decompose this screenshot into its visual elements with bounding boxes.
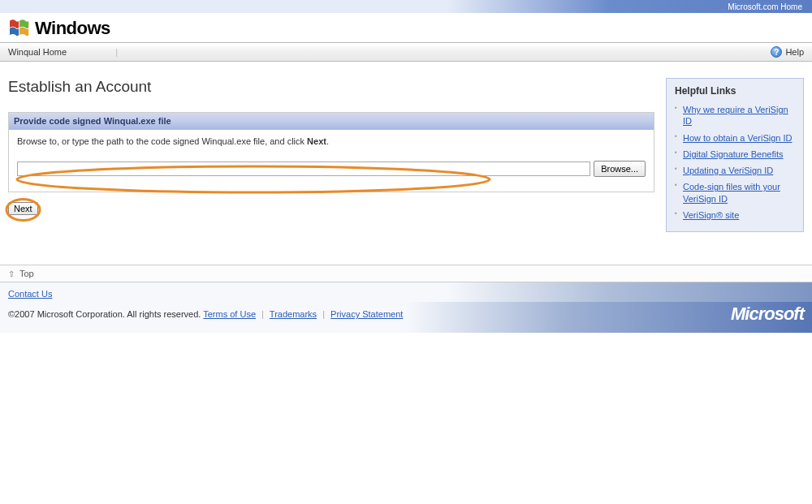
copyright-text: ©2007 Microsoft Corporation. All rights … bbox=[8, 309, 201, 319]
helpful-link[interactable]: Why we require a VeriSign ID bbox=[683, 105, 788, 126]
upload-panel: Provide code signed Winqual.exe file Bro… bbox=[8, 112, 654, 192]
page-title: Establish an Account bbox=[8, 78, 654, 96]
up-arrow-icon: ⇧ bbox=[8, 269, 15, 278]
helpful-links-box: Helpful Links Why we require a VeriSign … bbox=[666, 78, 804, 232]
helpful-link[interactable]: VeriSign® site bbox=[683, 210, 739, 220]
help-link[interactable]: ? Help bbox=[771, 46, 804, 58]
helpful-link[interactable]: Updating a VeriSign ID bbox=[683, 166, 773, 175]
brand-bar: Windows bbox=[0, 13, 812, 42]
brand-text: Windows bbox=[35, 18, 110, 39]
footer-bottom: ©2007 Microsoft Corporation. All rights … bbox=[0, 302, 812, 333]
privacy-link[interactable]: Privacy Statement bbox=[330, 309, 403, 319]
top-bar: Microsoft.com Home bbox=[0, 0, 812, 13]
helpful-links-title: Helpful Links bbox=[675, 85, 795, 97]
windows-flag-icon bbox=[8, 18, 32, 39]
footer-top: ⇧ Top bbox=[0, 265, 812, 282]
nav-winqual-home[interactable]: Winqual Home bbox=[8, 47, 67, 57]
panel-header: Provide code signed Winqual.exe file bbox=[9, 113, 654, 130]
contact-us-link[interactable]: Contact Us bbox=[8, 289, 52, 299]
browse-button[interactable]: Browse... bbox=[594, 161, 646, 177]
helpful-link[interactable]: Code-sign files with your VeriSign ID bbox=[683, 182, 780, 203]
file-path-input[interactable] bbox=[17, 162, 590, 176]
back-to-top-link[interactable]: Top bbox=[19, 269, 34, 278]
microsoft-logo: Microsoft bbox=[731, 304, 804, 325]
footer-links: Contact Us bbox=[0, 282, 812, 302]
helpful-link[interactable]: Digital Signature Benefits bbox=[683, 149, 784, 159]
nav-bar: Winqual Home | ? Help bbox=[0, 42, 812, 62]
help-label: Help bbox=[785, 47, 804, 57]
ms-home-link[interactable]: Microsoft.com Home bbox=[728, 2, 802, 11]
help-icon: ? bbox=[771, 46, 782, 58]
nav-separator: | bbox=[115, 47, 118, 57]
terms-link[interactable]: Terms of Use bbox=[203, 309, 256, 319]
next-button[interactable]: Next bbox=[8, 202, 38, 215]
instruction-text: Browse to, or type the path to the code … bbox=[17, 136, 646, 146]
trademarks-link[interactable]: Trademarks bbox=[270, 309, 317, 319]
helpful-link[interactable]: How to obtain a VeriSign ID bbox=[683, 133, 793, 143]
